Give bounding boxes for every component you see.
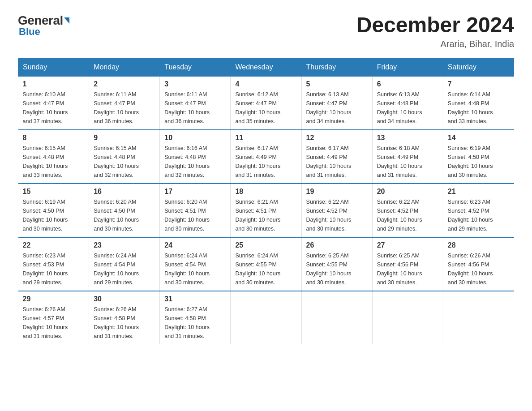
calendar-cell: 14 Sunrise: 6:19 AM Sunset: 4:50 PM Dayl… <box>443 130 514 184</box>
header-saturday: Saturday <box>443 58 514 76</box>
calendar-cell: 30 Sunrise: 6:26 AM Sunset: 4:58 PM Dayl… <box>89 291 160 344</box>
calendar-cell: 26 Sunrise: 6:25 AM Sunset: 4:55 PM Dayl… <box>301 237 372 291</box>
day-info: Sunrise: 6:26 AM Sunset: 4:58 PM Dayligh… <box>94 305 155 341</box>
day-number: 11 <box>235 134 296 142</box>
day-info: Sunrise: 6:10 AM Sunset: 4:47 PM Dayligh… <box>23 90 85 126</box>
day-number: 31 <box>164 295 226 303</box>
day-number: 13 <box>377 134 438 142</box>
logo-blue-text: Blue <box>19 26 40 38</box>
calendar-header: Sunday Monday Tuesday Wednesday Thursday… <box>18 58 514 76</box>
calendar-cell: 11 Sunrise: 6:17 AM Sunset: 4:49 PM Dayl… <box>231 130 301 184</box>
day-info: Sunrise: 6:17 AM Sunset: 4:49 PM Dayligh… <box>235 144 296 180</box>
day-number: 21 <box>448 188 510 196</box>
day-info: Sunrise: 6:15 AM Sunset: 4:48 PM Dayligh… <box>23 144 85 180</box>
day-number: 6 <box>377 80 438 88</box>
calendar-cell: 16 Sunrise: 6:20 AM Sunset: 4:50 PM Dayl… <box>89 184 160 237</box>
calendar-cell: 4 Sunrise: 6:12 AM Sunset: 4:47 PM Dayli… <box>231 76 301 130</box>
header-thursday: Thursday <box>301 58 372 76</box>
day-info: Sunrise: 6:23 AM Sunset: 4:52 PM Dayligh… <box>448 197 510 233</box>
calendar-cell: 24 Sunrise: 6:24 AM Sunset: 4:54 PM Dayl… <box>160 237 231 291</box>
day-number: 2 <box>94 80 155 88</box>
day-info: Sunrise: 6:20 AM Sunset: 4:50 PM Dayligh… <box>94 197 155 233</box>
calendar-table: Sunday Monday Tuesday Wednesday Thursday… <box>18 58 514 344</box>
day-number: 18 <box>235 188 296 196</box>
calendar-body: 1 Sunrise: 6:10 AM Sunset: 4:47 PM Dayli… <box>18 76 514 344</box>
calendar-cell: 21 Sunrise: 6:23 AM Sunset: 4:52 PM Dayl… <box>443 184 514 237</box>
day-info: Sunrise: 6:26 AM Sunset: 4:57 PM Dayligh… <box>23 305 85 341</box>
day-info: Sunrise: 6:25 AM Sunset: 4:55 PM Dayligh… <box>306 251 368 287</box>
day-number: 27 <box>377 241 438 249</box>
calendar-cell: 19 Sunrise: 6:22 AM Sunset: 4:52 PM Dayl… <box>301 184 372 237</box>
day-info: Sunrise: 6:18 AM Sunset: 4:49 PM Dayligh… <box>377 144 438 180</box>
day-number: 17 <box>164 188 226 196</box>
day-number: 14 <box>448 134 510 142</box>
day-number: 20 <box>377 188 438 196</box>
logo: General Blue <box>18 13 69 38</box>
month-year-title: December 2024 <box>356 13 514 37</box>
day-info: Sunrise: 6:25 AM Sunset: 4:56 PM Dayligh… <box>377 251 438 287</box>
day-number: 30 <box>94 295 155 303</box>
day-number: 29 <box>23 295 85 303</box>
calendar-week-row: 8 Sunrise: 6:15 AM Sunset: 4:48 PM Dayli… <box>18 130 514 184</box>
title-area: December 2024 Araria, Bihar, India <box>356 13 514 49</box>
day-number: 19 <box>306 188 368 196</box>
calendar-week-row: 29 Sunrise: 6:26 AM Sunset: 4:57 PM Dayl… <box>18 291 514 344</box>
calendar-cell: 5 Sunrise: 6:13 AM Sunset: 4:47 PM Dayli… <box>301 76 372 130</box>
day-number: 9 <box>94 134 155 142</box>
calendar-cell: 2 Sunrise: 6:11 AM Sunset: 4:47 PM Dayli… <box>89 76 160 130</box>
day-number: 12 <box>306 134 368 142</box>
day-info: Sunrise: 6:15 AM Sunset: 4:48 PM Dayligh… <box>94 144 155 180</box>
calendar-cell: 20 Sunrise: 6:22 AM Sunset: 4:52 PM Dayl… <box>372 184 443 237</box>
calendar-cell: 27 Sunrise: 6:25 AM Sunset: 4:56 PM Dayl… <box>372 237 443 291</box>
calendar-cell: 8 Sunrise: 6:15 AM Sunset: 4:48 PM Dayli… <box>18 130 89 184</box>
day-number: 28 <box>448 241 510 249</box>
day-info: Sunrise: 6:27 AM Sunset: 4:58 PM Dayligh… <box>164 305 226 341</box>
calendar-cell: 18 Sunrise: 6:21 AM Sunset: 4:51 PM Dayl… <box>231 184 301 237</box>
logo-arrow-icon <box>64 17 69 24</box>
day-info: Sunrise: 6:11 AM Sunset: 4:47 PM Dayligh… <box>164 90 226 126</box>
day-number: 4 <box>235 80 296 88</box>
calendar-cell: 15 Sunrise: 6:19 AM Sunset: 4:50 PM Dayl… <box>18 184 89 237</box>
day-info: Sunrise: 6:20 AM Sunset: 4:51 PM Dayligh… <box>164 197 226 233</box>
calendar-cell: 22 Sunrise: 6:23 AM Sunset: 4:53 PM Dayl… <box>18 237 89 291</box>
day-info: Sunrise: 6:24 AM Sunset: 4:55 PM Dayligh… <box>235 251 296 287</box>
header-row: Sunday Monday Tuesday Wednesday Thursday… <box>18 58 514 76</box>
day-info: Sunrise: 6:23 AM Sunset: 4:53 PM Dayligh… <box>23 251 85 287</box>
calendar-cell <box>231 291 301 344</box>
day-info: Sunrise: 6:22 AM Sunset: 4:52 PM Dayligh… <box>377 197 438 233</box>
day-info: Sunrise: 6:14 AM Sunset: 4:48 PM Dayligh… <box>448 90 510 126</box>
day-info: Sunrise: 6:17 AM Sunset: 4:49 PM Dayligh… <box>306 144 368 180</box>
calendar-cell <box>372 291 443 344</box>
day-number: 5 <box>306 80 368 88</box>
calendar-cell: 7 Sunrise: 6:14 AM Sunset: 4:48 PM Dayli… <box>443 76 514 130</box>
day-info: Sunrise: 6:12 AM Sunset: 4:47 PM Dayligh… <box>235 90 296 126</box>
header-wednesday: Wednesday <box>231 58 301 76</box>
calendar-cell: 6 Sunrise: 6:13 AM Sunset: 4:48 PM Dayli… <box>372 76 443 130</box>
day-info: Sunrise: 6:24 AM Sunset: 4:54 PM Dayligh… <box>164 251 226 287</box>
calendar-week-row: 1 Sunrise: 6:10 AM Sunset: 4:47 PM Dayli… <box>18 76 514 130</box>
calendar-cell: 29 Sunrise: 6:26 AM Sunset: 4:57 PM Dayl… <box>18 291 89 344</box>
day-number: 25 <box>235 241 296 249</box>
day-number: 3 <box>164 80 226 88</box>
calendar-cell: 23 Sunrise: 6:24 AM Sunset: 4:54 PM Dayl… <box>89 237 160 291</box>
day-number: 22 <box>23 241 85 249</box>
day-info: Sunrise: 6:13 AM Sunset: 4:47 PM Dayligh… <box>306 90 368 126</box>
page-header: General Blue December 2024 Araria, Bihar… <box>18 13 514 49</box>
day-number: 16 <box>94 188 155 196</box>
day-number: 7 <box>448 80 510 88</box>
day-number: 23 <box>94 241 155 249</box>
calendar-week-row: 22 Sunrise: 6:23 AM Sunset: 4:53 PM Dayl… <box>18 237 514 291</box>
calendar-cell: 13 Sunrise: 6:18 AM Sunset: 4:49 PM Dayl… <box>372 130 443 184</box>
day-number: 26 <box>306 241 368 249</box>
header-sunday: Sunday <box>18 58 89 76</box>
calendar-cell: 17 Sunrise: 6:20 AM Sunset: 4:51 PM Dayl… <box>160 184 231 237</box>
day-info: Sunrise: 6:11 AM Sunset: 4:47 PM Dayligh… <box>94 90 155 126</box>
header-monday: Monday <box>89 58 160 76</box>
calendar-cell: 10 Sunrise: 6:16 AM Sunset: 4:48 PM Dayl… <box>160 130 231 184</box>
header-tuesday: Tuesday <box>160 58 231 76</box>
calendar-cell <box>301 291 372 344</box>
day-number: 15 <box>23 188 85 196</box>
day-number: 8 <box>23 134 85 142</box>
calendar-cell: 12 Sunrise: 6:17 AM Sunset: 4:49 PM Dayl… <box>301 130 372 184</box>
calendar-cell: 9 Sunrise: 6:15 AM Sunset: 4:48 PM Dayli… <box>89 130 160 184</box>
